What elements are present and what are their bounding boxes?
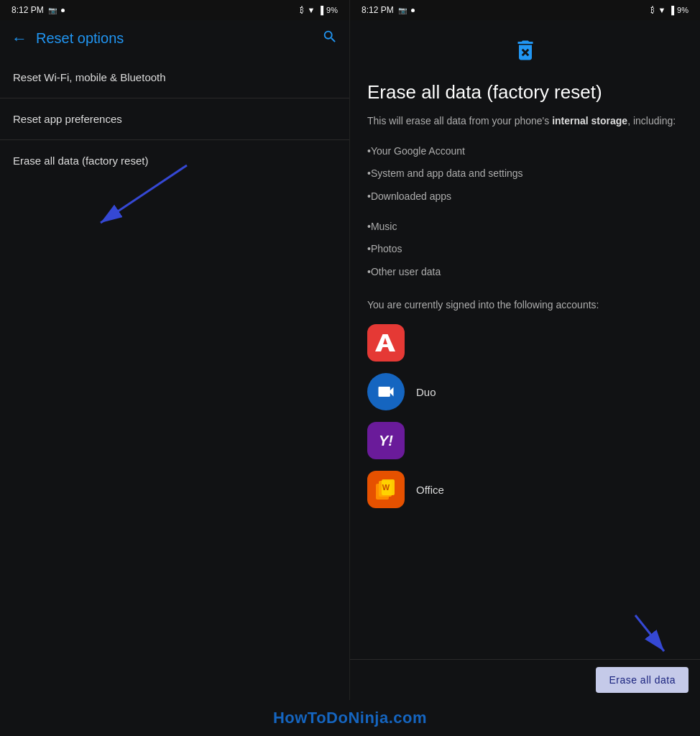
account-row-adobe	[367, 324, 683, 362]
yahoo-icon: Y!	[367, 422, 405, 459]
list-item-system: •System and app data and settings	[367, 162, 683, 185]
page-title: Reset options	[36, 30, 313, 47]
right-bluetooth-icon: ₿	[650, 6, 655, 14]
right-signal-icon: ▐	[668, 6, 674, 14]
menu-item-wifi[interactable]: Reset Wi-Fi, mobile & Bluetooth	[0, 57, 349, 98]
account-row-office: W Office	[367, 471, 683, 508]
svg-line-7	[635, 615, 664, 651]
website-text: HowToDoNinja.com	[273, 709, 427, 727]
svg-text:W: W	[382, 483, 390, 492]
duo-icon	[367, 373, 405, 410]
left-panel: 8:12 PM 📷 ₿ ▼ ▐ 9% ← Reset options	[0, 0, 350, 700]
erase-all-data-button[interactable]: Erase all data	[596, 667, 689, 693]
menu-list: Reset Wi-Fi, mobile & Bluetooth Reset ap…	[0, 57, 349, 700]
accounts-text: You are currently signed into the follow…	[367, 298, 683, 313]
left-time: 8:12 PM	[11, 5, 44, 15]
left-wifi-icon: ▼	[307, 6, 315, 14]
erase-title: Erase all data (factory reset)	[367, 80, 683, 105]
adobe-icon	[367, 324, 405, 362]
back-button[interactable]: ←	[11, 31, 27, 47]
right-time: 8:12 PM	[361, 5, 394, 15]
left-screen-icon: 📷	[48, 6, 57, 14]
duo-label: Duo	[416, 386, 436, 398]
right-wifi-icon: ▼	[658, 6, 666, 14]
account-row-duo: Duo	[367, 373, 683, 410]
account-row-yahoo: Y!	[367, 422, 683, 459]
list-item-apps: •Downloaded apps	[367, 185, 683, 208]
office-label: Office	[416, 484, 444, 496]
right-content: Erase all data (factory reset) This will…	[350, 20, 700, 700]
right-panel: 8:12 PM 📷 ₿ ▼ ▐ 9%	[350, 0, 700, 700]
menu-item-factory-reset[interactable]: Erase all data (factory reset)	[0, 140, 349, 181]
right-battery: 9%	[677, 6, 689, 14]
left-battery: 9%	[326, 6, 338, 14]
trash-icon	[367, 37, 683, 69]
list-item-photos: •Photos	[367, 238, 683, 261]
list-item-userdata: •Other user data	[367, 261, 683, 284]
right-status-bar: 8:12 PM 📷 ₿ ▼ ▐ 9%	[350, 0, 700, 20]
left-dot	[61, 9, 65, 12]
left-status-bar: 8:12 PM 📷 ₿ ▼ ▐ 9%	[0, 0, 349, 20]
search-button[interactable]	[322, 29, 338, 48]
office-icon: W	[367, 471, 405, 508]
desc-bold: internal storage	[552, 115, 627, 126]
desc-start: This will erase all data from your phone…	[367, 115, 552, 126]
list-item-google: •Your Google Account	[367, 140, 683, 163]
toolbar: ← Reset options	[0, 20, 349, 57]
left-bluetooth-icon: ₿	[300, 6, 304, 14]
bottom-bar: Erase all data	[350, 659, 700, 700]
annotation-arrow-right	[621, 608, 686, 666]
desc-end: , including:	[627, 115, 676, 126]
erase-list: •Your Google Account •System and app dat…	[367, 140, 683, 284]
left-signal-icon: ▐	[318, 6, 323, 14]
list-item-music: •Music	[367, 216, 683, 239]
erase-description: This will erase all data from your phone…	[367, 114, 683, 129]
website-footer: HowToDoNinja.com	[0, 700, 700, 736]
right-dot	[411, 9, 415, 12]
right-screen-icon: 📷	[398, 6, 407, 14]
menu-item-app-prefs[interactable]: Reset app preferences	[0, 98, 349, 140]
